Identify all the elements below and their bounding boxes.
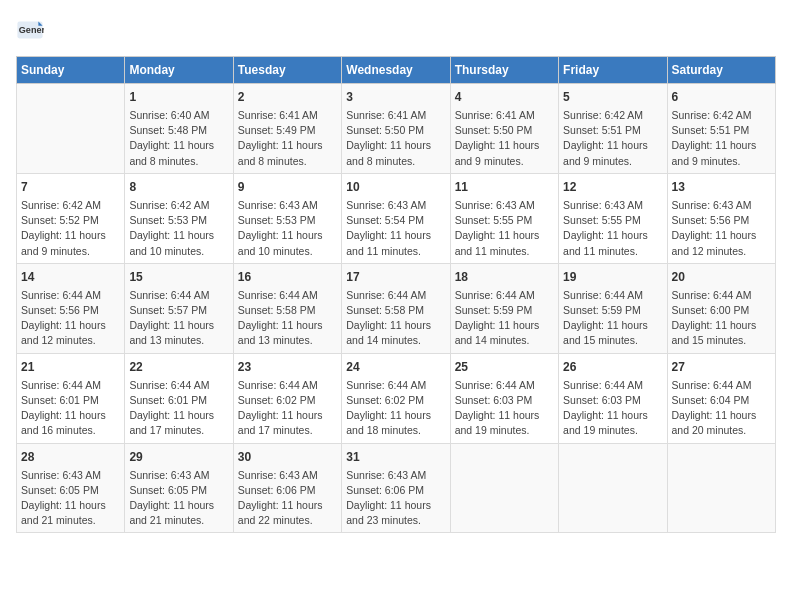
column-header-saturday: Saturday <box>667 57 775 84</box>
cell-content: Sunrise: 6:43 AM Sunset: 6:06 PM Dayligh… <box>238 468 337 529</box>
day-number: 17 <box>346 268 445 286</box>
calendar-cell: 12Sunrise: 6:43 AM Sunset: 5:55 PM Dayli… <box>559 173 667 263</box>
calendar-week-3: 14Sunrise: 6:44 AM Sunset: 5:56 PM Dayli… <box>17 263 776 353</box>
day-number: 13 <box>672 178 771 196</box>
day-number: 8 <box>129 178 228 196</box>
day-number: 10 <box>346 178 445 196</box>
cell-content: Sunrise: 6:41 AM Sunset: 5:50 PM Dayligh… <box>346 108 445 169</box>
cell-content: Sunrise: 6:44 AM Sunset: 6:04 PM Dayligh… <box>672 378 771 439</box>
cell-content: Sunrise: 6:43 AM Sunset: 5:56 PM Dayligh… <box>672 198 771 259</box>
day-number: 22 <box>129 358 228 376</box>
day-number: 31 <box>346 448 445 466</box>
calendar-cell: 13Sunrise: 6:43 AM Sunset: 5:56 PM Dayli… <box>667 173 775 263</box>
cell-content: Sunrise: 6:44 AM Sunset: 6:03 PM Dayligh… <box>455 378 554 439</box>
calendar-cell: 2Sunrise: 6:41 AM Sunset: 5:49 PM Daylig… <box>233 84 341 174</box>
day-number: 23 <box>238 358 337 376</box>
day-number: 9 <box>238 178 337 196</box>
cell-content: Sunrise: 6:44 AM Sunset: 6:01 PM Dayligh… <box>129 378 228 439</box>
day-number: 15 <box>129 268 228 286</box>
cell-content: Sunrise: 6:44 AM Sunset: 5:57 PM Dayligh… <box>129 288 228 349</box>
cell-content: Sunrise: 6:43 AM Sunset: 5:55 PM Dayligh… <box>563 198 662 259</box>
logo-icon: General <box>16 16 44 44</box>
cell-content: Sunrise: 6:44 AM Sunset: 5:58 PM Dayligh… <box>238 288 337 349</box>
calendar-cell: 19Sunrise: 6:44 AM Sunset: 5:59 PM Dayli… <box>559 263 667 353</box>
calendar-cell <box>559 443 667 533</box>
cell-content: Sunrise: 6:41 AM Sunset: 5:49 PM Dayligh… <box>238 108 337 169</box>
cell-content: Sunrise: 6:41 AM Sunset: 5:50 PM Dayligh… <box>455 108 554 169</box>
column-header-monday: Monday <box>125 57 233 84</box>
cell-content: Sunrise: 6:43 AM Sunset: 6:05 PM Dayligh… <box>129 468 228 529</box>
logo: General <box>16 16 48 44</box>
calendar-cell: 22Sunrise: 6:44 AM Sunset: 6:01 PM Dayli… <box>125 353 233 443</box>
calendar-cell: 15Sunrise: 6:44 AM Sunset: 5:57 PM Dayli… <box>125 263 233 353</box>
cell-content: Sunrise: 6:42 AM Sunset: 5:51 PM Dayligh… <box>672 108 771 169</box>
calendar-cell: 16Sunrise: 6:44 AM Sunset: 5:58 PM Dayli… <box>233 263 341 353</box>
calendar-cell: 17Sunrise: 6:44 AM Sunset: 5:58 PM Dayli… <box>342 263 450 353</box>
calendar-cell: 25Sunrise: 6:44 AM Sunset: 6:03 PM Dayli… <box>450 353 558 443</box>
day-number: 29 <box>129 448 228 466</box>
column-header-tuesday: Tuesday <box>233 57 341 84</box>
day-number: 19 <box>563 268 662 286</box>
day-number: 3 <box>346 88 445 106</box>
cell-content: Sunrise: 6:44 AM Sunset: 5:59 PM Dayligh… <box>563 288 662 349</box>
cell-content: Sunrise: 6:42 AM Sunset: 5:53 PM Dayligh… <box>129 198 228 259</box>
day-number: 6 <box>672 88 771 106</box>
day-number: 16 <box>238 268 337 286</box>
calendar-cell: 14Sunrise: 6:44 AM Sunset: 5:56 PM Dayli… <box>17 263 125 353</box>
cell-content: Sunrise: 6:44 AM Sunset: 6:02 PM Dayligh… <box>238 378 337 439</box>
calendar-cell: 3Sunrise: 6:41 AM Sunset: 5:50 PM Daylig… <box>342 84 450 174</box>
day-number: 30 <box>238 448 337 466</box>
calendar-cell: 7Sunrise: 6:42 AM Sunset: 5:52 PM Daylig… <box>17 173 125 263</box>
calendar-cell: 24Sunrise: 6:44 AM Sunset: 6:02 PM Dayli… <box>342 353 450 443</box>
calendar-cell: 6Sunrise: 6:42 AM Sunset: 5:51 PM Daylig… <box>667 84 775 174</box>
day-number: 7 <box>21 178 120 196</box>
calendar-cell: 21Sunrise: 6:44 AM Sunset: 6:01 PM Dayli… <box>17 353 125 443</box>
calendar-cell: 11Sunrise: 6:43 AM Sunset: 5:55 PM Dayli… <box>450 173 558 263</box>
day-number: 5 <box>563 88 662 106</box>
day-number: 14 <box>21 268 120 286</box>
day-number: 12 <box>563 178 662 196</box>
day-number: 18 <box>455 268 554 286</box>
cell-content: Sunrise: 6:44 AM Sunset: 6:00 PM Dayligh… <box>672 288 771 349</box>
day-number: 2 <box>238 88 337 106</box>
cell-content: Sunrise: 6:42 AM Sunset: 5:52 PM Dayligh… <box>21 198 120 259</box>
day-number: 20 <box>672 268 771 286</box>
calendar-cell: 8Sunrise: 6:42 AM Sunset: 5:53 PM Daylig… <box>125 173 233 263</box>
calendar-cell <box>450 443 558 533</box>
calendar-cell: 29Sunrise: 6:43 AM Sunset: 6:05 PM Dayli… <box>125 443 233 533</box>
calendar-cell: 28Sunrise: 6:43 AM Sunset: 6:05 PM Dayli… <box>17 443 125 533</box>
column-header-sunday: Sunday <box>17 57 125 84</box>
cell-content: Sunrise: 6:44 AM Sunset: 5:58 PM Dayligh… <box>346 288 445 349</box>
calendar-week-5: 28Sunrise: 6:43 AM Sunset: 6:05 PM Dayli… <box>17 443 776 533</box>
svg-text:General: General <box>19 25 44 35</box>
cell-content: Sunrise: 6:44 AM Sunset: 5:56 PM Dayligh… <box>21 288 120 349</box>
calendar-cell: 5Sunrise: 6:42 AM Sunset: 5:51 PM Daylig… <box>559 84 667 174</box>
calendar-cell: 4Sunrise: 6:41 AM Sunset: 5:50 PM Daylig… <box>450 84 558 174</box>
calendar-cell: 31Sunrise: 6:43 AM Sunset: 6:06 PM Dayli… <box>342 443 450 533</box>
cell-content: Sunrise: 6:43 AM Sunset: 6:05 PM Dayligh… <box>21 468 120 529</box>
cell-content: Sunrise: 6:44 AM Sunset: 6:01 PM Dayligh… <box>21 378 120 439</box>
day-number: 25 <box>455 358 554 376</box>
calendar-cell: 27Sunrise: 6:44 AM Sunset: 6:04 PM Dayli… <box>667 353 775 443</box>
cell-content: Sunrise: 6:43 AM Sunset: 6:06 PM Dayligh… <box>346 468 445 529</box>
cell-content: Sunrise: 6:44 AM Sunset: 5:59 PM Dayligh… <box>455 288 554 349</box>
calendar-cell: 10Sunrise: 6:43 AM Sunset: 5:54 PM Dayli… <box>342 173 450 263</box>
calendar-cell: 30Sunrise: 6:43 AM Sunset: 6:06 PM Dayli… <box>233 443 341 533</box>
day-number: 26 <box>563 358 662 376</box>
day-number: 24 <box>346 358 445 376</box>
cell-content: Sunrise: 6:43 AM Sunset: 5:53 PM Dayligh… <box>238 198 337 259</box>
calendar-week-4: 21Sunrise: 6:44 AM Sunset: 6:01 PM Dayli… <box>17 353 776 443</box>
column-header-friday: Friday <box>559 57 667 84</box>
calendar-cell: 18Sunrise: 6:44 AM Sunset: 5:59 PM Dayli… <box>450 263 558 353</box>
calendar-cell: 23Sunrise: 6:44 AM Sunset: 6:02 PM Dayli… <box>233 353 341 443</box>
calendar-cell: 20Sunrise: 6:44 AM Sunset: 6:00 PM Dayli… <box>667 263 775 353</box>
day-number: 27 <box>672 358 771 376</box>
calendar-cell: 1Sunrise: 6:40 AM Sunset: 5:48 PM Daylig… <box>125 84 233 174</box>
calendar-cell: 9Sunrise: 6:43 AM Sunset: 5:53 PM Daylig… <box>233 173 341 263</box>
calendar-week-2: 7Sunrise: 6:42 AM Sunset: 5:52 PM Daylig… <box>17 173 776 263</box>
cell-content: Sunrise: 6:42 AM Sunset: 5:51 PM Dayligh… <box>563 108 662 169</box>
column-header-wednesday: Wednesday <box>342 57 450 84</box>
cell-content: Sunrise: 6:40 AM Sunset: 5:48 PM Dayligh… <box>129 108 228 169</box>
calendar-week-1: 1Sunrise: 6:40 AM Sunset: 5:48 PM Daylig… <box>17 84 776 174</box>
calendar-cell <box>17 84 125 174</box>
